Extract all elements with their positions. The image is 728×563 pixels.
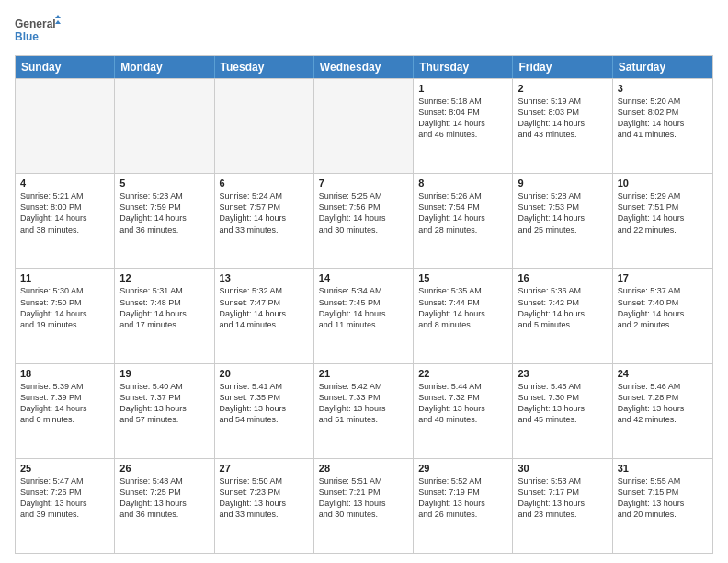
calendar-header-day: Wednesday	[314, 56, 414, 78]
day-number: 14	[319, 272, 408, 283]
calendar-cell: 18Sunrise: 5:39 AM Sunset: 7:39 PM Dayli…	[16, 364, 115, 458]
day-details: Sunrise: 5:44 AM Sunset: 7:32 PM Dayligh…	[418, 381, 507, 426]
calendar-cell: 15Sunrise: 5:35 AM Sunset: 7:44 PM Dayli…	[414, 269, 513, 362]
day-number: 15	[418, 272, 507, 283]
svg-text:Blue: Blue	[15, 30, 39, 43]
day-number: 24	[618, 368, 708, 379]
day-details: Sunrise: 5:34 AM Sunset: 7:45 PM Dayligh…	[319, 285, 408, 330]
calendar-cell	[16, 79, 115, 173]
day-details: Sunrise: 5:40 AM Sunset: 7:37 PM Dayligh…	[119, 381, 209, 426]
calendar-cell: 3Sunrise: 5:20 AM Sunset: 8:02 PM Daylig…	[613, 79, 712, 173]
day-details: Sunrise: 5:20 AM Sunset: 8:02 PM Dayligh…	[618, 96, 708, 141]
calendar-cell: 31Sunrise: 5:55 AM Sunset: 7:15 PM Dayli…	[613, 459, 712, 553]
calendar-cell: 5Sunrise: 5:23 AM Sunset: 7:59 PM Daylig…	[115, 174, 214, 268]
page: General Blue SundayMondayTuesdayWednesda…	[0, 0, 728, 563]
day-number: 19	[119, 368, 209, 379]
calendar-cell: 4Sunrise: 5:21 AM Sunset: 8:00 PM Daylig…	[16, 174, 115, 268]
day-number: 22	[418, 368, 507, 379]
calendar-cell: 16Sunrise: 5:36 AM Sunset: 7:42 PM Dayli…	[513, 269, 612, 362]
calendar-cell: 10Sunrise: 5:29 AM Sunset: 7:51 PM Dayli…	[613, 174, 712, 268]
svg-marker-2	[55, 15, 61, 18]
day-number: 26	[119, 463, 209, 474]
calendar-cell: 24Sunrise: 5:46 AM Sunset: 7:28 PM Dayli…	[613, 364, 712, 458]
calendar-cell: 12Sunrise: 5:31 AM Sunset: 7:48 PM Dayli…	[115, 269, 214, 362]
day-details: Sunrise: 5:41 AM Sunset: 7:35 PM Dayligh…	[220, 381, 309, 426]
logo: General Blue	[15, 15, 61, 48]
day-number: 21	[319, 368, 408, 379]
calendar-cell	[215, 79, 314, 173]
day-details: Sunrise: 5:46 AM Sunset: 7:28 PM Dayligh…	[618, 381, 708, 426]
calendar-cell: 17Sunrise: 5:37 AM Sunset: 7:40 PM Dayli…	[613, 269, 712, 362]
day-details: Sunrise: 5:31 AM Sunset: 7:48 PM Dayligh…	[119, 285, 209, 330]
day-number: 12	[119, 272, 209, 283]
day-number: 28	[319, 463, 408, 474]
calendar-header-day: Friday	[513, 56, 612, 78]
day-details: Sunrise: 5:24 AM Sunset: 7:57 PM Dayligh…	[220, 190, 309, 236]
day-details: Sunrise: 5:55 AM Sunset: 7:15 PM Dayligh…	[618, 476, 708, 521]
svg-text:General: General	[15, 17, 56, 30]
calendar-row: 25Sunrise: 5:47 AM Sunset: 7:26 PM Dayli…	[16, 458, 712, 553]
day-details: Sunrise: 5:28 AM Sunset: 7:53 PM Dayligh…	[518, 190, 607, 236]
day-details: Sunrise: 5:36 AM Sunset: 7:42 PM Dayligh…	[518, 285, 607, 330]
day-number: 17	[618, 272, 708, 283]
day-number: 6	[220, 178, 309, 189]
calendar-cell: 26Sunrise: 5:48 AM Sunset: 7:25 PM Dayli…	[115, 459, 214, 553]
calendar-cell: 23Sunrise: 5:45 AM Sunset: 7:30 PM Dayli…	[513, 364, 612, 458]
day-details: Sunrise: 5:30 AM Sunset: 7:50 PM Dayligh…	[20, 285, 109, 330]
calendar-cell: 6Sunrise: 5:24 AM Sunset: 7:57 PM Daylig…	[215, 174, 314, 268]
day-details: Sunrise: 5:50 AM Sunset: 7:23 PM Dayligh…	[220, 476, 309, 521]
calendar-header-day: Sunday	[16, 56, 115, 78]
calendar-cell: 25Sunrise: 5:47 AM Sunset: 7:26 PM Dayli…	[16, 459, 115, 553]
day-details: Sunrise: 5:45 AM Sunset: 7:30 PM Dayligh…	[518, 381, 607, 426]
calendar-cell: 21Sunrise: 5:42 AM Sunset: 7:33 PM Dayli…	[314, 364, 414, 458]
calendar-body: 1Sunrise: 5:18 AM Sunset: 8:04 PM Daylig…	[16, 78, 712, 553]
day-number: 29	[418, 463, 507, 474]
day-number: 4	[20, 178, 109, 189]
calendar-header-day: Saturday	[613, 56, 712, 78]
day-number: 1	[418, 83, 507, 94]
svg-marker-3	[55, 20, 61, 24]
calendar-cell	[314, 79, 414, 173]
day-number: 9	[518, 178, 607, 189]
day-number: 27	[220, 463, 309, 474]
calendar-cell	[115, 79, 214, 173]
day-number: 18	[20, 368, 109, 379]
calendar-cell: 19Sunrise: 5:40 AM Sunset: 7:37 PM Dayli…	[115, 364, 214, 458]
day-number: 7	[319, 178, 408, 189]
day-number: 16	[518, 272, 607, 283]
calendar-cell: 2Sunrise: 5:19 AM Sunset: 8:03 PM Daylig…	[513, 79, 612, 173]
day-details: Sunrise: 5:19 AM Sunset: 8:03 PM Dayligh…	[518, 96, 607, 141]
day-number: 13	[220, 272, 309, 283]
day-number: 25	[20, 463, 109, 474]
calendar-header-day: Thursday	[414, 56, 513, 78]
day-number: 3	[618, 83, 708, 94]
day-details: Sunrise: 5:21 AM Sunset: 8:00 PM Dayligh…	[20, 190, 109, 236]
day-details: Sunrise: 5:23 AM Sunset: 7:59 PM Dayligh…	[119, 190, 209, 236]
calendar-header-day: Monday	[115, 56, 214, 78]
calendar-cell: 30Sunrise: 5:53 AM Sunset: 7:17 PM Dayli…	[513, 459, 612, 553]
calendar-cell: 7Sunrise: 5:25 AM Sunset: 7:56 PM Daylig…	[314, 174, 414, 268]
header: General Blue	[15, 15, 713, 48]
calendar-row: 11Sunrise: 5:30 AM Sunset: 7:50 PM Dayli…	[16, 268, 712, 362]
calendar-cell: 13Sunrise: 5:32 AM Sunset: 7:47 PM Dayli…	[215, 269, 314, 362]
calendar-cell: 28Sunrise: 5:51 AM Sunset: 7:21 PM Dayli…	[314, 459, 414, 553]
day-number: 2	[518, 83, 607, 94]
day-details: Sunrise: 5:47 AM Sunset: 7:26 PM Dayligh…	[20, 476, 109, 521]
calendar-cell: 8Sunrise: 5:26 AM Sunset: 7:54 PM Daylig…	[414, 174, 513, 268]
day-details: Sunrise: 5:53 AM Sunset: 7:17 PM Dayligh…	[518, 476, 607, 521]
day-details: Sunrise: 5:18 AM Sunset: 8:04 PM Dayligh…	[418, 96, 507, 141]
day-details: Sunrise: 5:35 AM Sunset: 7:44 PM Dayligh…	[418, 285, 507, 330]
calendar-row: 18Sunrise: 5:39 AM Sunset: 7:39 PM Dayli…	[16, 363, 712, 458]
calendar-cell: 29Sunrise: 5:52 AM Sunset: 7:19 PM Dayli…	[414, 459, 513, 553]
day-details: Sunrise: 5:37 AM Sunset: 7:40 PM Dayligh…	[618, 285, 708, 330]
calendar-cell: 1Sunrise: 5:18 AM Sunset: 8:04 PM Daylig…	[414, 79, 513, 173]
day-number: 20	[220, 368, 309, 379]
day-number: 31	[618, 463, 708, 474]
calendar-header: SundayMondayTuesdayWednesdayThursdayFrid…	[16, 56, 712, 78]
calendar-cell: 27Sunrise: 5:50 AM Sunset: 7:23 PM Dayli…	[215, 459, 314, 553]
day-details: Sunrise: 5:32 AM Sunset: 7:47 PM Dayligh…	[220, 285, 309, 330]
day-details: Sunrise: 5:42 AM Sunset: 7:33 PM Dayligh…	[319, 381, 408, 426]
day-details: Sunrise: 5:52 AM Sunset: 7:19 PM Dayligh…	[418, 476, 507, 521]
calendar-cell: 14Sunrise: 5:34 AM Sunset: 7:45 PM Dayli…	[314, 269, 414, 362]
calendar-row: 1Sunrise: 5:18 AM Sunset: 8:04 PM Daylig…	[16, 78, 712, 173]
